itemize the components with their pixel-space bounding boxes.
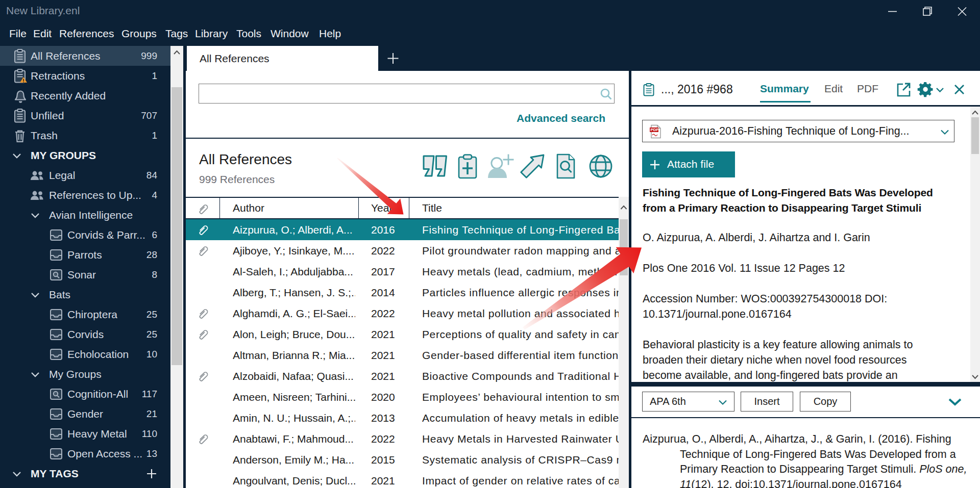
svg-text:PDF: PDF — [651, 127, 659, 132]
